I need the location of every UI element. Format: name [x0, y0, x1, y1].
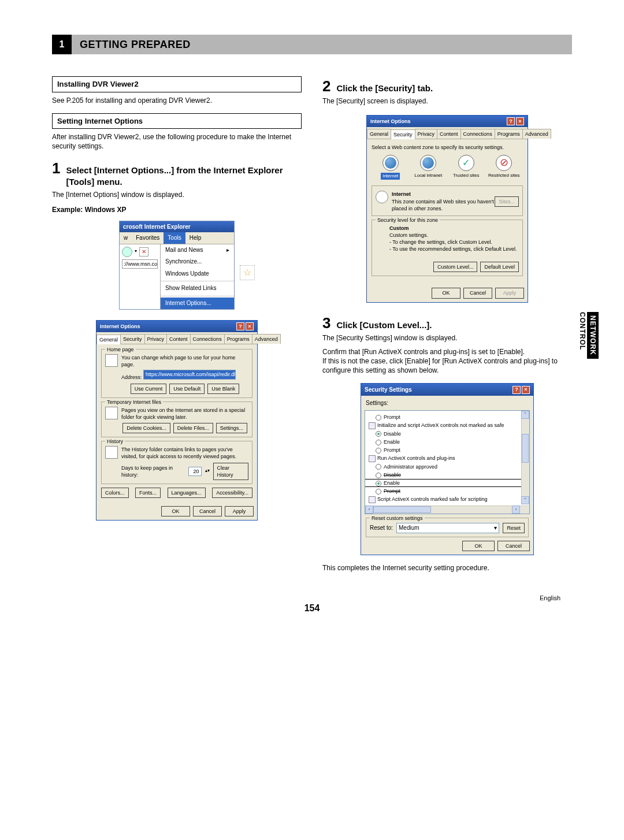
- use-blank-button[interactable]: Use Blank: [207, 384, 239, 394]
- help-icon[interactable]: ?: [512, 386, 521, 394]
- tab-security[interactable]: Security: [391, 129, 415, 139]
- dd-mail[interactable]: Mail and News: [161, 244, 234, 257]
- sec-title: Internet Options: [370, 118, 411, 125]
- fonts-button[interactable]: Fonts...: [135, 488, 161, 498]
- tab-privacy[interactable]: Privacy: [144, 334, 168, 344]
- temp-text: Pages you view on the Internet are store…: [121, 407, 248, 421]
- menu-tools[interactable]: Tools: [164, 232, 185, 244]
- menu-help[interactable]: Help: [185, 232, 206, 244]
- menu-favorites[interactable]: Favorites: [132, 232, 164, 244]
- dd-internet-options[interactable]: Internet Options...: [161, 298, 234, 310]
- tree-option[interactable]: Disable: [366, 471, 529, 479]
- delete-files-button[interactable]: Delete Files...: [173, 423, 213, 433]
- delete-cookies-button[interactable]: Delete Cookies...: [122, 423, 170, 433]
- zone-info-text: This zone contains all Web sites you hav…: [392, 198, 495, 212]
- days-label: Days to keep pages in history:: [121, 464, 185, 478]
- close-icon[interactable]: ×: [522, 386, 530, 394]
- tab-connections[interactable]: Connections: [190, 334, 225, 344]
- sec-instruction: Select a Web content zone to specify its…: [372, 144, 523, 151]
- temp-group-title: Temporary Internet files: [105, 399, 163, 406]
- radio-icon[interactable]: [376, 415, 381, 421]
- tree-option[interactable]: Enable: [366, 438, 529, 446]
- tree-option[interactable]: Administrator approved: [366, 463, 529, 471]
- tab-advanced[interactable]: Advanced: [522, 129, 551, 139]
- days-input[interactable]: 20: [188, 467, 202, 476]
- homepage-group: Home page You can change which page to u…: [101, 349, 252, 398]
- back-icon[interactable]: [122, 247, 132, 257]
- reset-select[interactable]: Medium▾: [396, 523, 499, 533]
- dd-sync[interactable]: Synchronize...: [161, 256, 234, 268]
- tab-general[interactable]: General: [96, 334, 121, 344]
- zone-trusted[interactable]: Trusted sites: [450, 155, 483, 180]
- settings-tree[interactable]: PromptInitialize and script ActiveX cont…: [365, 410, 530, 514]
- zone-restricted[interactable]: Restricted sites: [487, 155, 521, 180]
- step2-title: Click the [Security] tab.: [336, 83, 433, 94]
- tab-security[interactable]: Security: [120, 334, 145, 344]
- tree-category: Run ActiveX controls and plug-ins: [366, 454, 529, 463]
- stop-icon[interactable]: ✕: [139, 247, 148, 257]
- cancel-button[interactable]: Cancel: [497, 541, 530, 551]
- ok-button[interactable]: OK: [432, 288, 460, 298]
- ss-title: Security Settings: [365, 386, 412, 394]
- cancel-button[interactable]: Cancel: [193, 506, 222, 516]
- tab-general[interactable]: General: [367, 129, 391, 139]
- accessibility-button[interactable]: Accessibility...: [212, 488, 252, 498]
- tab-privacy[interactable]: Privacy: [415, 129, 438, 139]
- tab-programs[interactable]: Programs: [495, 129, 523, 139]
- scroll-thumb-h[interactable]: [373, 506, 431, 513]
- tab-connections[interactable]: Connections: [460, 129, 495, 139]
- tree-option[interactable]: Prompt: [366, 413, 529, 421]
- languages-button[interactable]: Languages...: [168, 488, 206, 498]
- history-icon: [105, 446, 118, 459]
- radio-icon[interactable]: [376, 448, 381, 454]
- custom-level-button[interactable]: Custom Level...: [433, 262, 478, 272]
- tab-content[interactable]: Content: [437, 129, 461, 139]
- use-default-button[interactable]: Use Default: [169, 384, 205, 394]
- sites-button[interactable]: Sites...: [495, 196, 519, 207]
- tree-option[interactable]: Enable: [366, 479, 529, 487]
- tree-option[interactable]: Prompt: [366, 446, 529, 454]
- radio-icon[interactable]: [376, 489, 381, 495]
- favorites-star-icon: ☆: [240, 265, 255, 280]
- subsection-setting: Setting Internet Options: [52, 113, 302, 129]
- colors-button[interactable]: Colors...: [101, 488, 129, 498]
- tree-category: Script ActiveX controls marked safe for …: [366, 495, 529, 504]
- address-bar[interactable]: ://www.msn.con: [122, 259, 158, 269]
- close-icon[interactable]: ×: [516, 117, 524, 125]
- radio-icon[interactable]: [376, 473, 381, 478]
- step3-text3: If this is not the case, click [Enable] …: [322, 356, 572, 375]
- zone-intranet[interactable]: Local intranet: [411, 155, 445, 180]
- use-current-button[interactable]: Use Current: [131, 384, 167, 394]
- ok-button[interactable]: OK: [161, 506, 190, 516]
- scroll-left-icon[interactable]: ‹: [365, 506, 373, 514]
- default-level-button[interactable]: Default Level: [480, 262, 519, 272]
- help-icon[interactable]: ?: [507, 117, 515, 125]
- scroll-up-icon[interactable]: ˄: [521, 411, 529, 419]
- tab-advanced[interactable]: Advanced: [252, 334, 281, 344]
- scroll-thumb-v[interactable]: [522, 434, 529, 463]
- apply-button[interactable]: Apply: [225, 506, 254, 516]
- menu-view[interactable]: w: [120, 232, 132, 244]
- tab-content[interactable]: Content: [166, 334, 191, 344]
- tree-option[interactable]: Prompt: [366, 487, 529, 495]
- help-icon[interactable]: ?: [236, 322, 244, 330]
- radio-icon[interactable]: [376, 431, 381, 437]
- dd-winupdate[interactable]: Windows Update: [161, 268, 234, 280]
- tab-programs[interactable]: Programs: [224, 334, 252, 344]
- apply-button[interactable]: Apply: [495, 288, 524, 298]
- ok-button[interactable]: OK: [462, 541, 495, 551]
- dd-related[interactable]: Show Related Links: [161, 283, 234, 295]
- settings-button[interactable]: Settings...: [216, 423, 247, 433]
- close-icon[interactable]: ×: [246, 322, 254, 330]
- radio-icon[interactable]: [376, 464, 381, 470]
- reset-button[interactable]: Reset: [503, 523, 525, 533]
- zone-info-icon: [376, 191, 388, 203]
- radio-icon[interactable]: [376, 440, 381, 445]
- zone-internet[interactable]: Internet: [374, 155, 407, 180]
- scroll-right-icon[interactable]: ›: [512, 506, 520, 514]
- tree-option[interactable]: Disable: [366, 430, 529, 438]
- scroll-down-icon[interactable]: ˅: [521, 496, 529, 504]
- addr-input[interactable]: https://www.microsoft.com/isapi/redir.dl…: [143, 370, 236, 379]
- clear-history-button[interactable]: Clear History: [213, 463, 248, 480]
- cancel-button[interactable]: Cancel: [463, 288, 492, 298]
